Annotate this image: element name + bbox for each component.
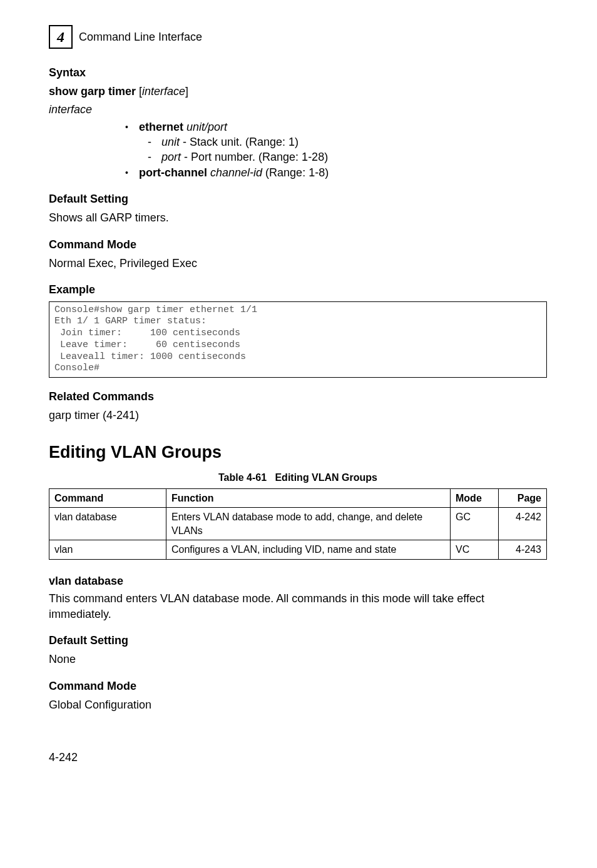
th-function: Function	[166, 488, 451, 508]
th-page: Page	[499, 488, 547, 508]
unit-line: unit - Stack unit. (Range: 1)	[161, 134, 298, 149]
port-line: port - Port number. (Range: 1-28)	[161, 149, 328, 164]
table-row: vlan Configures a VLAN, including VID, n…	[49, 540, 547, 560]
example-heading: Example	[49, 282, 547, 297]
example-code: Console#show garp timer ethernet 1/1 Eth…	[49, 301, 547, 378]
syntax-arg: interface	[142, 85, 185, 98]
ethernet-port: port	[208, 121, 227, 133]
port-bullet: - port - Port number. (Range: 1-28)	[148, 149, 547, 164]
close-bracket: ]	[185, 85, 188, 98]
th-mode: Mode	[451, 488, 499, 508]
table-title: Editing VLAN Groups	[275, 472, 377, 483]
td-mode: GC	[451, 508, 499, 540]
unit-bullet: - unit - Stack unit. (Range: 1)	[148, 134, 547, 149]
ethernet-keyword: ethernet	[139, 121, 183, 133]
related-commands-text: garp timer (4-241)	[49, 408, 547, 423]
port-desc: - Port number. (Range: 1-28)	[181, 151, 328, 163]
unit-name: unit	[161, 136, 180, 148]
chapter-header: 4 Command Line Interface	[49, 25, 547, 49]
td-page: 4-242	[499, 508, 547, 540]
section-title: Editing VLAN Groups	[49, 441, 547, 463]
vlan-default-setting-heading: Default Setting	[49, 633, 547, 648]
chapter-title: Command Line Interface	[79, 29, 202, 44]
td-command: vlan	[49, 540, 166, 560]
bullet-icon: •	[125, 165, 139, 180]
syntax-command: show garp timer [interface]	[49, 84, 547, 99]
portchannel-arg: channel-id	[210, 166, 262, 179]
command-mode-text: Normal Exec, Privileged Exec	[49, 256, 547, 271]
dash-icon: -	[148, 134, 161, 149]
table-header-row: Command Function Mode Page	[49, 488, 547, 508]
td-function: Enters VLAN database mode to add, change…	[166, 508, 451, 540]
td-page: 4-243	[499, 540, 547, 560]
port-name: port	[161, 151, 181, 163]
command-mode-heading: Command Mode	[49, 237, 547, 252]
ethernet-unit: unit	[186, 121, 205, 133]
syntax-heading: Syntax	[49, 65, 547, 80]
syntax-cmd-name: show garp timer	[49, 85, 136, 98]
bullet-icon: •	[125, 119, 139, 134]
td-mode: VC	[451, 540, 499, 560]
chapter-number-box: 4	[49, 25, 73, 49]
table-number: Table 4-61	[218, 472, 267, 483]
portchannel-desc: (Range: 1-8)	[262, 166, 329, 179]
td-function: Configures a VLAN, including VID, name a…	[166, 540, 451, 560]
vlan-command-mode-text: Global Configuration	[49, 697, 547, 712]
vlan-groups-table: Command Function Mode Page vlan database…	[49, 488, 547, 560]
portchannel-line: port-channel channel-id (Range: 1-8)	[139, 165, 329, 180]
page-number: 4-242	[49, 750, 547, 765]
portchannel-bullet: • port-channel channel-id (Range: 1-8)	[125, 165, 547, 180]
chapter-number: 4	[57, 27, 64, 47]
vlan-database-heading: vlan database	[49, 573, 547, 588]
dash-icon: -	[148, 149, 161, 164]
th-command: Command	[49, 488, 166, 508]
related-commands-heading: Related Commands	[49, 389, 547, 404]
default-setting-heading: Default Setting	[49, 191, 547, 206]
td-command: vlan database	[49, 508, 166, 540]
interface-label: interface	[49, 102, 547, 117]
unit-desc: - Stack unit. (Range: 1)	[180, 136, 298, 148]
table-row: vlan database Enters VLAN database mode …	[49, 508, 547, 540]
table-caption: Table 4-61 Editing VLAN Groups	[49, 471, 547, 485]
ethernet-line: ethernet unit/port	[139, 119, 227, 134]
ethernet-bullet: • ethernet unit/port	[125, 119, 547, 134]
default-setting-text: Shows all GARP timers.	[49, 210, 547, 225]
portchannel-keyword: port-channel	[139, 166, 207, 179]
vlan-database-desc: This command enters VLAN database mode. …	[49, 591, 547, 622]
vlan-default-setting-text: None	[49, 652, 547, 667]
vlan-command-mode-heading: Command Mode	[49, 679, 547, 694]
